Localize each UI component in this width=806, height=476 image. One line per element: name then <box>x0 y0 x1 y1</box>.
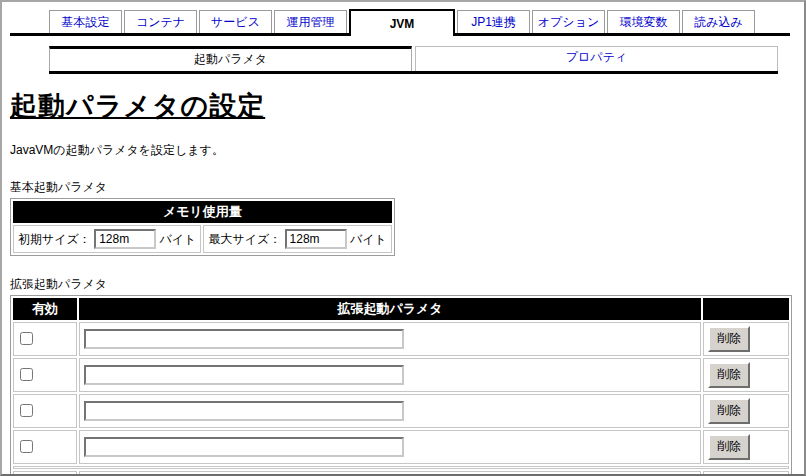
initial-size-unit: バイト <box>160 232 197 246</box>
delete-button-1[interactable]: 削除 <box>708 326 750 352</box>
parameter-input-1[interactable] <box>84 329 404 349</box>
add-parameter-row: 追加 <box>13 471 789 476</box>
delete-button-3[interactable]: 削除 <box>708 398 750 424</box>
max-size-input[interactable] <box>285 229 347 249</box>
memory-usage-row: 初期サイズ： バイト 最大サイズ： バイト <box>13 225 392 253</box>
max-size-label: 最大サイズ： <box>208 232 281 246</box>
parameter-row: 削除 <box>13 322 789 356</box>
action-column-header <box>703 298 789 320</box>
extended-section-label: 拡張起動パラメタ <box>10 276 804 293</box>
enable-checkbox-2[interactable] <box>20 368 33 381</box>
enabled-column-header: 有効 <box>13 298 77 320</box>
tab-basic-settings[interactable]: 基本設定 <box>49 10 122 33</box>
enable-checkbox-4[interactable] <box>20 440 33 453</box>
initial-size-input[interactable] <box>94 229 156 249</box>
tab-container[interactable]: コンテナ <box>124 10 197 33</box>
extended-parameters-table: 有効 拡張起動パラメタ 削除 削除 削除 削除 <box>10 295 792 476</box>
delete-button-4[interactable]: 削除 <box>708 434 750 460</box>
parameter-input-2[interactable] <box>84 365 404 385</box>
tab-operation-management[interactable]: 運用管理 <box>274 10 347 33</box>
tab-jp1-link[interactable]: JP1連携 <box>457 10 530 33</box>
delete-button-2[interactable]: 削除 <box>708 362 750 388</box>
tab-load[interactable]: 読み込み <box>682 10 755 33</box>
tab-jvm[interactable]: JVM <box>349 9 455 36</box>
parameter-input-3[interactable] <box>84 401 404 421</box>
max-size-cell: 最大サイズ： バイト <box>203 225 391 253</box>
subtab-startup-parameters[interactable]: 起動パラメタ <box>49 46 412 71</box>
max-size-unit: バイト <box>350 232 387 246</box>
page-title: 起動パラメタの設定 <box>10 88 804 124</box>
parameter-column-header: 拡張起動パラメタ <box>79 298 701 320</box>
enable-checkbox-3[interactable] <box>20 404 33 417</box>
initial-size-cell: 初期サイズ： バイト <box>13 225 201 253</box>
spacer-row <box>13 466 789 469</box>
parameter-row: 削除 <box>13 430 789 464</box>
app-window: 基本設定 コンテナ サービス 運用管理 JVM JP1連携 オプション 環境変数… <box>0 0 806 476</box>
basic-section-label: 基本起動パラメタ <box>10 179 804 196</box>
tab-service[interactable]: サービス <box>199 10 272 33</box>
parameter-row: 削除 <box>13 394 789 428</box>
sub-tab-bar: 起動パラメタ プロパティ <box>49 46 778 74</box>
memory-usage-table: メモリ使用量 初期サイズ： バイト 最大サイズ： バイト <box>10 198 395 256</box>
initial-size-label: 初期サイズ： <box>18 232 91 246</box>
memory-usage-header: メモリ使用量 <box>13 201 392 223</box>
tab-env-vars[interactable]: 環境変数 <box>607 10 680 33</box>
subtab-properties[interactable]: プロパティ <box>415 46 778 71</box>
parameter-input-4[interactable] <box>84 437 404 457</box>
main-tab-bar: 基本設定 コンテナ サービス 運用管理 JVM JP1連携 オプション 環境変数… <box>10 9 790 36</box>
page-description: JavaVMの起動パラメタを設定します。 <box>10 142 804 159</box>
parameter-row: 削除 <box>13 358 789 392</box>
tab-options[interactable]: オプション <box>532 10 605 33</box>
enable-checkbox-1[interactable] <box>20 332 33 345</box>
